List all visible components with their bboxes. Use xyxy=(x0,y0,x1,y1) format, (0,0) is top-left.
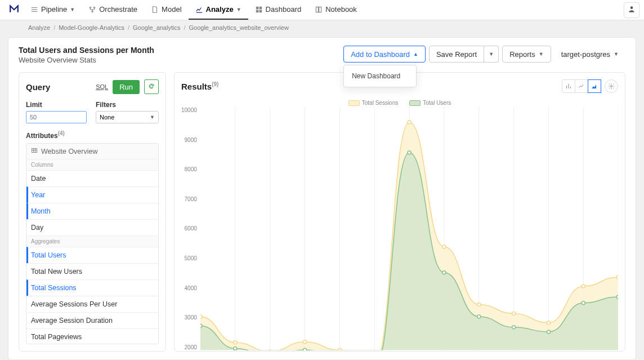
users-point[interactable] xyxy=(408,151,411,154)
attr-group-label: Website Overview xyxy=(41,148,98,155)
nav-pipeline-label: Pipeline xyxy=(41,5,67,14)
users-point[interactable] xyxy=(442,271,446,274)
attributes-label: Attributes(4) xyxy=(26,130,159,140)
column-item[interactable]: Year xyxy=(26,186,158,203)
crumb-sep: / xyxy=(128,24,129,31)
svg-rect-0 xyxy=(32,7,38,7)
chart-settings-button[interactable] xyxy=(605,79,618,93)
add-to-dashboard-button[interactable]: Add to Dashboard ▲ xyxy=(343,46,426,63)
aggregate-item[interactable]: Total Users xyxy=(26,247,158,263)
y-tick: 10000 xyxy=(181,107,197,113)
users-point[interactable] xyxy=(582,301,585,305)
save-report-button[interactable]: Save Report xyxy=(429,46,484,63)
sessions-point[interactable] xyxy=(442,245,446,248)
nav-dashboard[interactable]: Dashboard xyxy=(248,0,308,20)
users-point[interactable] xyxy=(477,315,481,318)
swatch-sessions xyxy=(348,100,360,106)
aggregate-item[interactable]: Average Sessions Per User xyxy=(26,296,158,312)
y-tick: 7000 xyxy=(181,196,197,202)
nav-analyze[interactable]: Analyze ▼ xyxy=(189,0,248,20)
chart-type-area-button[interactable] xyxy=(588,79,601,93)
column-item[interactable]: Month xyxy=(26,203,158,219)
sessions-point[interactable] xyxy=(303,340,306,344)
nav-model-label: Model xyxy=(162,5,181,14)
column-item[interactable]: Day xyxy=(26,219,158,235)
svg-rect-9 xyxy=(259,10,262,12)
y-tick: 3000 xyxy=(181,314,197,321)
save-report-more-button[interactable]: ▼ xyxy=(484,46,499,63)
sessions-point[interactable] xyxy=(512,312,515,315)
crumb-3[interactable]: Google_analytics_website_overview xyxy=(189,24,289,31)
chevron-down-icon: ▼ xyxy=(150,114,155,120)
results-title-text: Results xyxy=(181,82,212,91)
chart-type-line-button[interactable] xyxy=(575,79,588,93)
sql-link[interactable]: SQL xyxy=(96,83,108,90)
nav-notebook[interactable]: Notebook xyxy=(308,0,364,20)
app-logo[interactable] xyxy=(5,3,24,16)
columns-sublabel: Columns xyxy=(26,159,158,170)
reports-button[interactable]: Reports ▼ xyxy=(502,46,551,63)
attr-group-header[interactable]: Website Overview xyxy=(26,144,158,159)
sessions-point[interactable] xyxy=(547,321,550,325)
aggregate-item[interactable]: Average Session Duration xyxy=(26,312,158,328)
svg-point-4 xyxy=(94,7,95,8)
topbar-right xyxy=(624,2,639,18)
filters-field: Filters None ▼ xyxy=(96,101,159,123)
refresh-button[interactable] xyxy=(144,79,159,94)
list-icon xyxy=(30,6,38,14)
nav-model[interactable]: Model xyxy=(144,0,188,20)
chevron-down-icon: ▼ xyxy=(70,7,75,12)
sessions-point[interactable] xyxy=(477,303,481,306)
attributes-text: Attributes xyxy=(26,132,58,140)
target-select[interactable]: target-postgres ▼ xyxy=(554,46,625,63)
users-point[interactable] xyxy=(303,349,306,350)
column-item[interactable]: Date xyxy=(26,170,158,186)
aggregate-item[interactable]: Total Pageviews xyxy=(26,328,158,344)
svg-rect-2 xyxy=(32,11,38,11)
breadcrumb: Analyze / Model-Google-Analytics / Googl… xyxy=(0,20,644,35)
sessions-point[interactable] xyxy=(408,121,411,124)
sessions-point[interactable] xyxy=(616,275,618,279)
svg-point-10 xyxy=(630,6,633,9)
attributes-list: Website Overview Columns DateYearMonthDa… xyxy=(26,143,159,344)
users-point[interactable] xyxy=(512,326,515,329)
action-buttons: Add to Dashboard ▲ Save Report ▼ Reports… xyxy=(343,46,625,63)
page-subtitle: Website Overview Stats xyxy=(19,56,154,64)
nav-notebook-label: Notebook xyxy=(325,5,357,14)
query-title: Query xyxy=(26,82,50,92)
sessions-point[interactable] xyxy=(234,341,237,344)
crumb-1[interactable]: Model-Google-Analytics xyxy=(59,24,124,31)
nav-orchestrate-label: Orchestrate xyxy=(99,5,137,14)
sessions-point[interactable] xyxy=(582,285,585,288)
legend-sessions: Total Sessions xyxy=(348,100,398,106)
chart-type-bar-button[interactable] xyxy=(562,79,575,93)
crumb-2[interactable]: Google_analytics xyxy=(133,24,180,31)
chart-legend: Total Sessions Total Users xyxy=(181,100,618,106)
aggregate-item[interactable]: Total New Users xyxy=(26,263,158,279)
nav-pipeline[interactable]: Pipeline ▼ xyxy=(24,0,82,20)
crumb-sep: / xyxy=(184,24,185,31)
svg-point-12 xyxy=(611,86,612,87)
users-point[interactable] xyxy=(616,295,618,299)
users-point[interactable] xyxy=(547,330,550,334)
add-to-dashboard-menu: New Dashboard xyxy=(343,65,417,87)
limit-input[interactable] xyxy=(26,111,87,123)
nav-orchestrate[interactable]: Orchestrate xyxy=(82,0,144,20)
book-icon xyxy=(315,6,323,14)
svg-point-5 xyxy=(92,11,93,12)
users-point[interactable] xyxy=(234,347,237,350)
users-point[interactable] xyxy=(200,324,202,327)
y-tick: 2000 xyxy=(181,344,197,350)
query-head: Query SQL Run xyxy=(26,79,159,94)
reports-label: Reports xyxy=(509,50,535,59)
crumb-0[interactable]: Analyze xyxy=(28,24,50,31)
filters-select[interactable]: None ▼ xyxy=(96,111,159,123)
sessions-point[interactable] xyxy=(338,349,341,350)
run-button[interactable]: Run xyxy=(113,80,140,94)
user-menu-button[interactable] xyxy=(624,2,639,18)
page-title: Total Users and Sessions per Month xyxy=(19,46,154,55)
aggregate-item[interactable]: Total Sessions xyxy=(26,279,158,296)
new-dashboard-item[interactable]: New Dashboard xyxy=(344,70,416,82)
sessions-point[interactable] xyxy=(200,315,202,318)
crumb-sep: / xyxy=(53,24,55,31)
